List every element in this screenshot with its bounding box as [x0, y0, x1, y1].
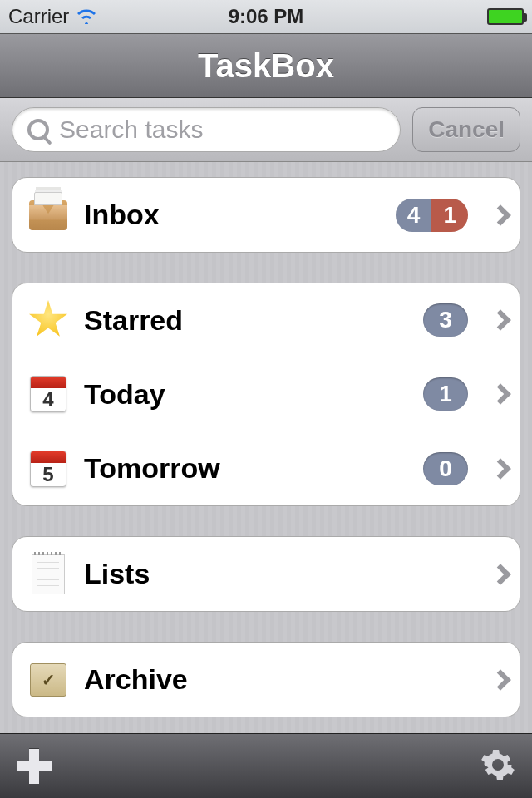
search-input[interactable]	[59, 116, 385, 144]
group-archive: Archive	[12, 642, 520, 717]
row-label: Today	[84, 378, 408, 411]
row-tomorrow[interactable]: 5 Tomorrow 0	[12, 431, 520, 505]
chevron-right-icon	[490, 458, 510, 479]
toolbar	[0, 733, 532, 798]
search-bar: Cancel	[0, 98, 532, 162]
row-starred[interactable]: Starred 3	[12, 283, 520, 357]
star-icon	[27, 299, 69, 341]
badge-count: 3	[423, 303, 468, 337]
page-title: TaskBox	[198, 47, 334, 85]
gear-icon	[480, 747, 515, 782]
badge-count: 0	[423, 452, 468, 485]
group-lists: Lists	[12, 536, 520, 612]
status-bar: Carrier 9:06 PM	[0, 0, 532, 33]
badge-count: 1	[423, 377, 468, 411]
add-button[interactable]	[17, 749, 52, 784]
cancel-button[interactable]: Cancel	[412, 107, 520, 152]
calendar-today-icon: 4	[27, 373, 69, 415]
row-label: Lists	[84, 558, 468, 590]
chevron-right-icon	[490, 564, 510, 584]
row-label: Inbox	[84, 199, 381, 231]
row-label: Tomorrow	[84, 452, 408, 485]
row-label: Starred	[84, 304, 408, 337]
content-area: Inbox 4 1 Starred 3 4 Today 1 5	[0, 162, 532, 798]
badge-count: 4	[396, 199, 432, 232]
settings-button[interactable]	[480, 747, 515, 786]
group-smart: Starred 3 4 Today 1 5 Tomorrow 0	[12, 283, 520, 506]
wifi-icon	[76, 4, 97, 30]
chevron-right-icon	[490, 309, 510, 330]
row-today[interactable]: 4 Today 1	[12, 357, 520, 431]
badge-overdue: 1	[431, 199, 468, 232]
calendar-tomorrow-icon: 5	[27, 448, 69, 490]
inbox-icon	[27, 195, 69, 236]
chevron-right-icon	[490, 383, 510, 404]
search-icon	[27, 119, 49, 140]
row-inbox[interactable]: Inbox 4 1	[12, 178, 520, 252]
row-lists[interactable]: Lists	[12, 537, 520, 611]
row-archive[interactable]: Archive	[12, 643, 520, 717]
group-inbox: Inbox 4 1	[12, 177, 520, 253]
battery-icon	[487, 8, 524, 25]
chevron-right-icon	[490, 669, 510, 690]
navigation-bar: TaskBox	[0, 33, 532, 98]
chevron-right-icon	[490, 204, 510, 225]
lists-icon	[27, 554, 69, 595]
inbox-badge: 4 1	[396, 199, 468, 232]
search-field[interactable]	[12, 107, 401, 152]
archive-icon	[27, 659, 69, 701]
row-label: Archive	[84, 663, 468, 696]
carrier-label: Carrier	[8, 5, 69, 28]
